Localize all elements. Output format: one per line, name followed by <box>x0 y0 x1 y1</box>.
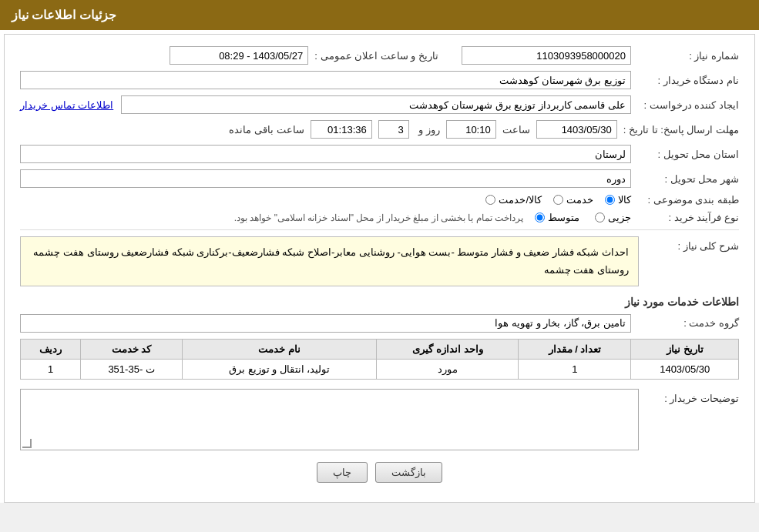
service-table: تاریخ نیاز تعداد / مقدار واحد اندازه گیر… <box>20 339 739 380</box>
cell-vahed-andaze: مورد <box>377 359 519 379</box>
tosif-label: توضیحات خریدار : <box>639 389 739 404</box>
back-button[interactable]: بازگشت <box>375 462 442 483</box>
resize-handle[interactable] <box>22 439 32 448</box>
tabaqe-radio-group: کالا/خدمت خدمت کالا <box>485 194 631 206</box>
shahr-label: شهر محل تحویل : <box>631 173 739 185</box>
radio-kala-input[interactable] <box>605 195 615 205</box>
row-ostan: استان محل تحویل : <box>20 145 739 163</box>
grooh-khadamat-input[interactable] <box>20 314 631 333</box>
grooh-khadamat-label: گروه خدمت : <box>631 317 739 329</box>
col-radif: ردیف <box>21 339 81 359</box>
service-info-title: اطلاعات خدمات مورد نیاز <box>20 296 739 308</box>
row-grooh-khadamat: گروه خدمت : <box>20 314 739 333</box>
content-area: شماره نیاز : تاریخ و ساعت اعلان عمومی : … <box>4 34 755 503</box>
ostan-input[interactable] <box>20 145 631 163</box>
nooa-radio-group: متوسط جزیی <box>535 212 631 223</box>
mohlet-saat-input[interactable] <box>446 120 496 139</box>
row-nooa-farayand: نوع فرآیند خرید : متوسط جزیی پرداخت تمام… <box>20 212 739 223</box>
radio-jozei-label: جزیی <box>608 212 631 223</box>
mohlet-mande-label: ساعت باقی مانده <box>223 124 304 136</box>
nooa-description: پرداخت تمام یا بخشی از مبلغ خریدار از مح… <box>20 212 523 223</box>
tosif-box <box>20 389 639 450</box>
radio-kala-label: کالا <box>618 194 631 206</box>
row-nam-dastgah: نام دستگاه خریدار : <box>20 71 739 89</box>
service-table-section: تاریخ نیاز تعداد / مقدار واحد اندازه گیر… <box>20 339 739 380</box>
radio-khadamat-label: خدمت <box>566 194 593 206</box>
page-wrapper: جزئیات اطلاعات نیاز شماره نیاز : تاریخ و… <box>0 0 759 503</box>
radio-kala[interactable]: کالا <box>605 194 631 206</box>
sharh-value: احداث شبکه فشار ضعیف و فشار متوسط -بست ه… <box>33 246 629 276</box>
mohlet-rooz-input[interactable] <box>378 120 409 139</box>
radio-kala-khadamat[interactable]: کالا/خدمت <box>485 194 542 206</box>
radio-motawaset-input[interactable] <box>535 212 545 223</box>
shomara-niaz-input[interactable] <box>462 46 631 65</box>
page-title: جزئیات اطلاعات نیاز <box>12 8 116 22</box>
print-button[interactable]: چاپ <box>317 462 368 483</box>
row-shahr: شهر محل تحویل : <box>20 169 739 188</box>
col-tedad: تعداد / مقدار <box>519 339 631 359</box>
row-ijad-konande: ایجاد کننده درخواست : اطلاعات تماس خریدا… <box>20 95 739 114</box>
col-kod-khadamat: کد خدمت <box>81 339 183 359</box>
radio-motawaset-label: متوسط <box>548 212 579 223</box>
cell-kod-khadamat: ت -35-351 <box>81 359 183 379</box>
date-aelam-input[interactable] <box>170 46 308 65</box>
radio-jozei-input[interactable] <box>595 212 605 223</box>
shomara-niaz-label: شماره نیاز : <box>631 50 739 62</box>
radio-kala-khadamat-input[interactable] <box>485 195 495 205</box>
cell-tedad: 1 <box>519 359 631 379</box>
mohlet-rooz-label: روز و <box>409 124 440 136</box>
tabaqe-label: طبقه بندی موضوعی : <box>631 194 739 206</box>
date-aelam-label: تاریخ و ساعت اعلان عمومی : <box>308 50 438 62</box>
radio-kala-khadamat-label: کالا/خدمت <box>499 194 542 206</box>
ijad-konande-input[interactable] <box>121 95 631 114</box>
shahr-input[interactable] <box>20 169 631 188</box>
mohlet-mande-input[interactable] <box>311 120 372 139</box>
cell-tarikh-niaz: 1403/05/30 <box>631 359 739 379</box>
cell-name-khadamat: تولید، انتقال و توزیع برق <box>182 359 376 379</box>
row-shomara: شماره نیاز : تاریخ و ساعت اعلان عمومی : <box>20 46 739 65</box>
radio-jozei[interactable]: جزیی <box>595 212 631 223</box>
mohlet-date-input[interactable] <box>536 120 617 139</box>
mohlet-label: مهلت ارسال پاسخ: تا تاریخ : <box>617 124 739 136</box>
radio-motawaset[interactable]: متوسط <box>535 212 579 223</box>
separator-1 <box>20 229 739 230</box>
row-sharh: شرح کلی نیاز : احداث شبکه فشار ضعیف و فش… <box>20 236 739 286</box>
radio-khadamat[interactable]: خدمت <box>553 194 593 206</box>
ijad-konande-label: ایجاد کننده درخواست : <box>631 99 739 111</box>
page-header: جزئیات اطلاعات نیاز <box>0 0 759 30</box>
table-header-row: تاریخ نیاز تعداد / مقدار واحد اندازه گیر… <box>21 339 739 359</box>
nam-dastgah-input[interactable] <box>20 71 631 89</box>
table-row: 1403/05/30 1 مورد تولید، انتقال و توزیع … <box>21 359 739 379</box>
sharh-text-box: احداث شبکه فشار ضعیف و فشار متوسط -بست ه… <box>20 236 639 286</box>
radio-khadamat-input[interactable] <box>553 195 563 205</box>
mohlet-saat-label: ساعت <box>496 124 530 136</box>
etelaat-tamas-link[interactable]: اطلاعات تماس خریدار <box>20 99 113 111</box>
col-tarikh-niaz: تاریخ نیاز <box>631 339 739 359</box>
buttons-row: بازگشت چاپ <box>20 462 739 483</box>
row-mohlet: مهلت ارسال پاسخ: تا تاریخ : ساعت روز و س… <box>20 120 739 139</box>
row-tosif: توضیحات خریدار : <box>20 389 739 450</box>
sharh-label: شرح کلی نیاز : <box>639 236 739 252</box>
cell-radif: 1 <box>21 359 81 379</box>
row-tabaqe: طبقه بندی موضوعی : کالا/خدمت خدمت کالا <box>20 194 739 206</box>
col-vahed-andaze: واحد اندازه گیری <box>377 339 519 359</box>
ostan-label: استان محل تحویل : <box>631 149 739 160</box>
col-name-khadamat: نام خدمت <box>182 339 376 359</box>
nam-dastgah-label: نام دستگاه خریدار : <box>631 75 739 86</box>
nooa-farayand-label: نوع فرآیند خرید : <box>631 212 739 223</box>
